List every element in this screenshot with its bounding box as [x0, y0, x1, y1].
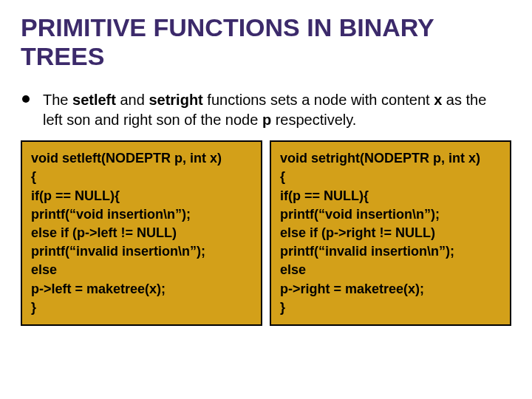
text-bold-p: p	[262, 112, 271, 128]
slide-title: PRIMITIVE FUNCTIONS IN BINARY TREES	[21, 13, 511, 71]
body-paragraph: The setleft and setright functions sets …	[43, 90, 510, 130]
text-segment: The	[43, 92, 72, 108]
text-bold-setright: setright	[149, 92, 202, 108]
code-setleft: void setleft(NODEPTR p, int x) { if(p ==…	[21, 140, 262, 326]
code-columns: void setleft(NODEPTR p, int x) { if(p ==…	[21, 140, 511, 326]
text-bold-setleft: setleft	[72, 92, 116, 108]
code-setright: void setright(NODEPTR p, int x) { if(p =…	[270, 140, 511, 326]
body-paragraph-row: The setleft and setright functions sets …	[21, 90, 511, 130]
bullet-icon	[22, 95, 30, 103]
text-segment: and	[116, 92, 149, 108]
text-segment: respectively.	[271, 112, 356, 128]
text-segment: functions sets a node with content	[203, 92, 434, 108]
text-bold-x: x	[434, 92, 442, 108]
